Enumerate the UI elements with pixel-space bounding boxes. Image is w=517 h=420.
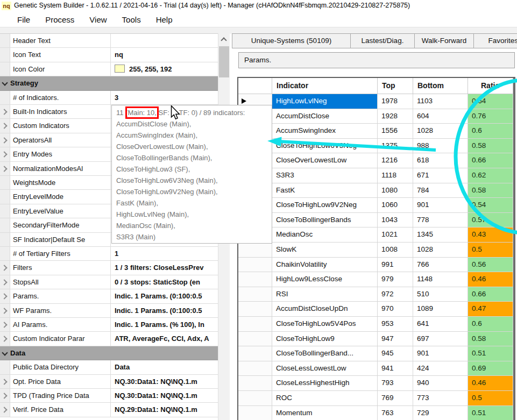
tab-unique-systems[interactable]: Unique-Systems (50109) <box>232 33 351 48</box>
property-row[interactable]: # of Tertiary Filters1 <box>0 247 218 261</box>
property-value[interactable]: Indic. 1 Params. (0:100:0.5 <box>110 304 218 317</box>
indicator-cell[interactable]: CloseToHighLow9 <box>272 332 378 347</box>
ratio-cell[interactable]: 0.51 <box>468 346 513 361</box>
scrollbar-thumb[interactable] <box>219 46 229 77</box>
property-row[interactable]: Filters1 / 3 filters: CloseLessPrev <box>0 261 218 275</box>
ratio-cell[interactable]: 0.46 <box>468 376 513 391</box>
ratio-cell[interactable]: 0.58 <box>468 332 513 347</box>
params-tab[interactable]: Params. <box>238 52 515 68</box>
bottom-cell[interactable]: 901 <box>413 346 468 361</box>
indicator-cell[interactable]: CloseLessHighestHigh <box>272 376 378 391</box>
property-row[interactable]: AI Params.Indic. 1 Params. (% 100), In <box>0 318 218 332</box>
row-header[interactable] <box>238 406 272 420</box>
indicator-cell[interactable]: AccumDistCloseUpDn <box>272 302 378 317</box>
indicator-cell[interactable]: Momentum <box>272 406 378 420</box>
indicator-cell[interactable]: HighLowLvlNeg <box>272 94 378 109</box>
row-header[interactable] <box>238 361 272 376</box>
menu-item-help[interactable]: Help <box>148 13 180 26</box>
header-cell-bottom[interactable]: Bottom <box>413 78 468 94</box>
tab-favorites[interactable]: Favorites (0,0,0,0 <box>473 33 517 48</box>
top-cell[interactable]: 763 <box>378 406 413 420</box>
chevron-right-icon[interactable] <box>1 393 7 398</box>
category-row-strategy[interactable]: Strategy <box>0 76 218 90</box>
indicator-cell[interactable]: CloseToBollingerBand... <box>272 346 378 361</box>
chevron-right-icon[interactable] <box>1 166 7 172</box>
bottom-cell[interactable]: 697 <box>413 332 468 347</box>
indicator-cell[interactable]: CloseOverLowestLow <box>272 153 378 168</box>
indicator-cell[interactable]: ChaikinVolatility <box>272 258 378 273</box>
property-value[interactable]: NQ.30:Data1: NQ\NQ.1.m <box>110 389 218 402</box>
bottom-cell[interactable]: 901 <box>413 198 468 213</box>
bottom-cell[interactable]: 1028 <box>413 243 468 258</box>
indicator-cell[interactable]: MedianOsc <box>272 227 378 243</box>
bottom-cell[interactable]: 784 <box>413 183 468 198</box>
menu-item-process[interactable]: Process <box>38 13 82 26</box>
ratio-cell[interactable]: 0.6 <box>468 317 513 332</box>
top-cell[interactable]: 979 <box>378 272 413 287</box>
ratio-cell[interactable]: 0.47 <box>468 302 513 317</box>
top-cell[interactable]: 1118 <box>378 168 413 183</box>
ratio-cell[interactable]: 0.43 <box>468 227 513 243</box>
header-cell-ratio[interactable]: Ratio <box>468 78 513 94</box>
indicator-cell[interactable]: FastK <box>272 183 378 198</box>
row-header[interactable] <box>238 376 272 391</box>
row-header[interactable] <box>238 243 272 258</box>
top-cell[interactable]: 1043 <box>378 213 413 228</box>
ratio-cell[interactable]: 0.64 <box>468 94 513 109</box>
top-cell[interactable]: 972 <box>378 287 413 302</box>
top-cell[interactable]: 1216 <box>378 153 413 168</box>
chevron-right-icon[interactable] <box>1 123 7 129</box>
chevron-right-icon[interactable] <box>1 379 7 385</box>
top-cell[interactable]: 1978 <box>378 94 413 109</box>
property-row[interactable]: StopsAll0 / 3 stops: StaticStop (en <box>0 275 218 289</box>
chevron-right-icon[interactable] <box>1 294 7 300</box>
row-header[interactable] <box>238 317 272 332</box>
bottom-cell[interactable]: 671 <box>413 168 468 183</box>
bottom-cell[interactable]: 988 <box>413 139 468 154</box>
top-cell[interactable]: 991 <box>378 258 413 273</box>
tab-walk-forward[interactable]: Walk-Forward <box>414 33 474 48</box>
indicator-cell[interactable]: CloseToHighLow5V4Pos <box>272 317 378 332</box>
row-header[interactable] <box>238 391 272 406</box>
bottom-cell[interactable]: 424 <box>413 361 468 376</box>
indicator-cell[interactable]: CloseLessLowestLow <box>272 361 378 376</box>
ratio-cell[interactable]: 0.58 <box>468 139 513 154</box>
ratio-cell[interactable]: 0.66 <box>468 153 513 168</box>
bottom-cell[interactable]: 641 <box>413 317 468 332</box>
ratio-cell[interactable]: 0.56 <box>468 258 513 273</box>
menu-item-tools[interactable]: Tools <box>115 13 148 26</box>
row-header[interactable] <box>238 272 272 287</box>
property-value[interactable]: NQ.29:Data1: NQ\NQ.1.m <box>110 403 218 416</box>
chevron-right-icon[interactable] <box>1 407 7 413</box>
top-cell[interactable]: 769 <box>378 391 413 406</box>
chevron-right-icon[interactable] <box>1 322 7 328</box>
menu-item-view[interactable]: View <box>82 13 114 26</box>
property-row[interactable]: WF Params.Indic. 1 Params. (0:100:0.5 <box>0 304 218 318</box>
indicator-cell[interactable]: CloseToHighLow6V3Neg <box>272 139 378 154</box>
property-value[interactable]: 0 / 3 stops: StaticStop (en <box>110 275 218 289</box>
bottom-cell[interactable]: 778 <box>413 213 468 228</box>
category-row-data[interactable]: Data <box>0 346 218 360</box>
property-value[interactable]: nq <box>110 48 218 61</box>
indicator-cell[interactable]: ROC <box>272 391 378 406</box>
ratio-cell[interactable]: 0.46 <box>468 272 513 287</box>
ratio-cell[interactable]: 0.5 <box>468 243 513 258</box>
bottom-cell[interactable]: 1028 <box>413 124 468 139</box>
tab-lastest/diag.[interactable]: Lastest/Diag. <box>350 33 415 48</box>
chevron-right-icon[interactable] <box>1 308 7 314</box>
property-row[interactable]: Header Text <box>0 34 218 48</box>
top-cell[interactable]: 947 <box>378 332 413 347</box>
property-value[interactable]: 1 <box>110 247 218 260</box>
bottom-cell[interactable]: 1148 <box>413 272 468 287</box>
indicator-cell[interactable]: HighLow9LessClose <box>272 272 378 287</box>
indicator-cell[interactable]: AccumSwingIndex <box>272 124 378 139</box>
indicator-cell[interactable]: S3R3 <box>272 168 378 183</box>
chevron-right-icon[interactable] <box>1 137 7 143</box>
ratio-cell[interactable]: 0.58 <box>468 183 513 198</box>
bottom-cell[interactable]: 1103 <box>413 94 468 109</box>
indicator-cell[interactable]: SlowK <box>272 243 378 258</box>
indicator-cell[interactable]: RSI <box>272 287 378 302</box>
row-header[interactable] <box>238 332 272 347</box>
ratio-cell[interactable]: 0.54 <box>468 198 513 213</box>
indicator-cell[interactable]: CloseToHighLow9V2Neg <box>272 198 378 213</box>
